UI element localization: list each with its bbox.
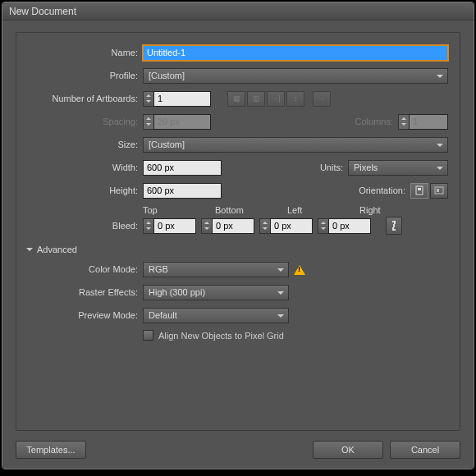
raster-label: Raster Effects: [28, 287, 143, 297]
bleed-label: Bleed: [28, 221, 143, 231]
units-label: Units: [233, 162, 348, 172]
preview-value: Default [149, 310, 177, 320]
checkbox-box-icon [143, 330, 153, 341]
colormode-combo[interactable]: RGB [143, 262, 289, 277]
svg-rect-1 [418, 188, 421, 190]
dialog-title: New Document [9, 6, 76, 17]
profile-value: [Custom] [149, 71, 185, 80]
disclosure-triangle-icon [26, 248, 33, 254]
units-combo[interactable]: Pixels [348, 160, 448, 176]
height-input[interactable] [143, 183, 222, 199]
row-ltr-icon[interactable]: →| [267, 91, 285, 107]
artboard-layout-group: ▦ ▥ →| ↕ → [227, 91, 331, 107]
cancel-button[interactable]: Cancel [390, 441, 460, 459]
raster-combo[interactable]: High (300 ppi) [143, 285, 289, 300]
artboards-input[interactable] [153, 91, 211, 107]
align-pixel-checkbox[interactable]: Align New Objects to Pixel Grid [143, 330, 448, 341]
name-input[interactable] [143, 45, 448, 61]
change-to-rtl-icon[interactable]: → [313, 91, 331, 107]
bleed-bottom-input[interactable] [212, 218, 254, 234]
bleed-left-label: Left [287, 205, 351, 215]
ok-button[interactable]: OK [313, 441, 383, 459]
titlebar[interactable]: New Document [2, 2, 474, 21]
spacing-input [153, 114, 211, 130]
bleed-headers: Top Bottom Left Right [143, 205, 448, 215]
align-pixel-label: Align New Objects to Pixel Grid [158, 331, 284, 341]
bleed-left-stepper[interactable] [259, 218, 313, 234]
bleed-right-input[interactable] [328, 218, 371, 234]
raster-value: High (300 ppi) [149, 287, 205, 297]
bleed-bottom-label: Bottom [215, 205, 279, 215]
artboards-label: Number of Artboards: [28, 94, 143, 103]
bleed-right-label: Right [359, 205, 423, 215]
name-label: Name: [28, 48, 143, 57]
orientation-landscape-icon[interactable] [430, 183, 448, 199]
preview-combo[interactable]: Default [143, 308, 289, 323]
bleed-top-stepper[interactable] [143, 218, 196, 234]
spacing-stepper [143, 114, 211, 130]
colormode-value: RGB [149, 264, 168, 274]
profile-combo[interactable]: [Custom] [143, 68, 448, 84]
columns-input [409, 114, 448, 130]
svg-rect-4 [393, 224, 395, 227]
orientation-group [410, 183, 448, 199]
size-label: Size: [28, 140, 143, 149]
columns-label: Columns: [300, 117, 398, 126]
form-panel: Name: Profile: [Custom] Number of Artboa… [16, 32, 460, 431]
content: Name: Profile: [Custom] Number of Artboa… [2, 21, 474, 469]
bleed-right-stepper[interactable] [318, 218, 371, 234]
bleed-bottom-stepper[interactable] [201, 218, 254, 234]
templates-button[interactable]: Templates... [16, 441, 86, 459]
svg-rect-3 [437, 189, 439, 192]
profile-label: Profile: [28, 71, 143, 80]
warning-icon [294, 263, 305, 275]
grid-by-col-icon[interactable]: ▥ [247, 91, 265, 107]
dialog-new-document: New Document Name: Profile: [Custom] Num… [2, 2, 474, 469]
size-combo[interactable]: [Custom] [143, 137, 448, 153]
bleed-top-input[interactable] [153, 218, 196, 234]
size-value: [Custom] [149, 140, 185, 149]
artboards-stepper[interactable] [143, 91, 211, 107]
link-bleed-icon[interactable] [386, 217, 402, 235]
width-input[interactable] [143, 160, 222, 176]
bleed-left-input[interactable] [270, 218, 313, 234]
orientation-label: Orientation: [295, 185, 410, 195]
row-rtl-icon[interactable]: ↕ [286, 91, 304, 107]
height-label: Height: [28, 185, 143, 195]
advanced-disclosure[interactable]: Advanced [26, 245, 448, 254]
units-value: Pixels [354, 162, 378, 172]
advanced-label: Advanced [37, 245, 77, 254]
orientation-portrait-icon[interactable] [410, 183, 428, 199]
width-label: Width: [28, 162, 143, 172]
bleed-top-label: Top [143, 205, 207, 215]
colormode-label: Color Mode: [28, 264, 143, 274]
spacing-label: Spacing: [28, 117, 143, 126]
preview-label: Preview Mode: [28, 310, 143, 320]
columns-stepper [398, 114, 448, 130]
footer: Templates... OK Cancel [16, 441, 460, 459]
grid-by-row-icon[interactable]: ▦ [227, 91, 245, 107]
